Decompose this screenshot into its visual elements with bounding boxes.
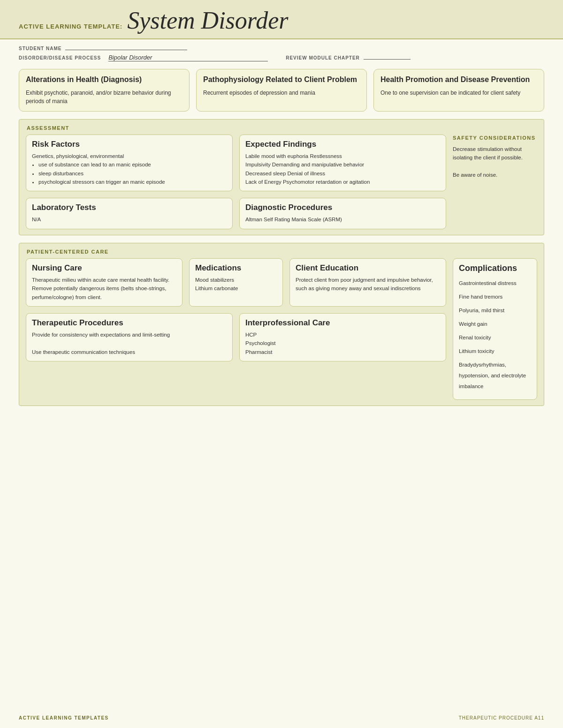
medications-title: Medications [195, 263, 277, 273]
complications-box: Complications Gastrointestinal distressF… [453, 258, 537, 400]
nursing-care-content: Therapeutic milieu within acute care men… [32, 276, 176, 301]
therapeutic-procedures-box: Therapeutic Procedures Provide for consi… [26, 313, 233, 361]
expected-findings-box: Expected Findings Labile mood with eupho… [239, 135, 446, 192]
pcc-label: PATIENT-CENTERED CARE [26, 249, 537, 255]
alterations-title: Alterations in Health (Diagnosis) [26, 75, 183, 85]
client-education-title: Client Education [296, 263, 440, 273]
complication-item: Bradydysrhythmias, hypotension, and elec… [459, 360, 531, 392]
risk-factors-content: Genetics, physiological, environmental u… [32, 152, 227, 187]
assessment-bottom-row: Laboratory Tests N/A Diagnostic Procedur… [26, 198, 446, 229]
assessment-top-row: Risk Factors Genetics, physiological, en… [26, 135, 446, 192]
medications-box: Medications Mood stabilizersLithium carb… [189, 258, 283, 307]
expected-findings-title: Expected Findings [245, 140, 440, 149]
assessment-grid: Risk Factors Genetics, physiological, en… [26, 135, 446, 229]
student-name-line [65, 50, 187, 50]
main-content: Alterations in Health (Diagnosis) Exhibi… [0, 64, 563, 418]
lab-tests-title: Laboratory Tests [32, 203, 227, 212]
pcc-row: Nursing Care Therapeutic milieu within a… [26, 258, 537, 400]
client-education-box: Client Education Protect client from poo… [289, 258, 446, 307]
complication-item: Polyuria, mild thirst [459, 305, 531, 316]
safety-box: SAFETY CONSIDERATIONS Decrease stimulati… [453, 135, 537, 229]
complications-title: Complications [459, 263, 531, 273]
review-chapter-line [364, 59, 411, 60]
therapeutic-procedures-title: Therapeutic Procedures [32, 318, 227, 328]
expected-findings-content: Labile mood with euphoria RestlessnessIm… [245, 152, 440, 187]
disorder-label: DISORDER/DISEASE PROCESS [19, 55, 101, 60]
complication-item: Fine hand tremors [459, 292, 531, 302]
risk-factors-intro: Genetics, physiological, environmental [32, 153, 124, 159]
safety-label: SAFETY CONSIDERATIONS [453, 135, 537, 141]
assessment-section: ASSESSMENT Risk Factors Genetics, physio… [19, 119, 544, 235]
health-promotion-title: Health Promotion and Disease Prevention [380, 75, 537, 85]
risk-factor-item: psychological stressors can trigger an m… [38, 178, 227, 186]
complication-item: Gastrointestinal distress [459, 278, 531, 289]
risk-factors-list: use of substance can lead to an manic ep… [38, 160, 227, 186]
student-name-label: STUDENT NAME [19, 46, 61, 51]
diagnostic-procedures-box: Diagnostic Procedures Altman Self Rating… [239, 198, 446, 229]
complication-item: Weight gain [459, 319, 531, 330]
footer: ACTIVE LEARNING TEMPLATES THERAPEUTIC PR… [0, 715, 563, 720]
complication-item: Lithium toxicity [459, 346, 531, 357]
alterations-content: Exhibit psychotic, paranoid, and/or biza… [26, 89, 183, 105]
complication-item: Renal toxicity [459, 332, 531, 343]
nursing-care-box: Nursing Care Therapeutic milieu within a… [26, 258, 183, 307]
interprofessional-care-content: HCPPsychologistPharmacist [245, 330, 440, 356]
risk-factor-item: sleep disturbances [38, 169, 227, 178]
assessment-row: Risk Factors Genetics, physiological, en… [26, 135, 537, 229]
client-education-content: Protect client from poor judgment and im… [296, 276, 440, 293]
risk-factor-item: use of substance can lead to an manic ep… [38, 160, 227, 169]
assessment-label: ASSESSMENT [26, 125, 537, 131]
health-promotion-box: Health Promotion and Disease Prevention … [373, 69, 544, 112]
risk-factors-title: Risk Factors [32, 140, 227, 149]
diagnostic-procedures-content: Altman Self Rating Mania Scale (ASRM) [245, 215, 440, 224]
pcc-bottom-row: Therapeutic Procedures Provide for consi… [26, 313, 446, 361]
diagnostic-procedures-title: Diagnostic Procedures [245, 203, 440, 212]
footer-right: THERAPEUTIC PROCEDURE A11 [459, 715, 544, 720]
top-boxes-row: Alterations in Health (Diagnosis) Exhibi… [19, 69, 544, 112]
pcc-grid: Nursing Care Therapeutic milieu within a… [26, 258, 446, 400]
risk-factors-box: Risk Factors Genetics, physiological, en… [26, 135, 233, 192]
medications-content: Mood stabilizersLithium carbonate [195, 276, 277, 293]
lab-tests-box: Laboratory Tests N/A [26, 198, 233, 229]
safety-content: Decrease stimulation without isolating t… [453, 145, 537, 180]
pcc-top-row: Nursing Care Therapeutic milieu within a… [26, 258, 446, 307]
header: ACTIVE LEARNING TEMPLATE: System Disorde… [0, 0, 563, 39]
page-title: System Disorder [127, 8, 288, 33]
pathophysiology-box: Pathophysiology Related to Client Proble… [196, 69, 367, 112]
footer-left: ACTIVE LEARNING TEMPLATES [19, 715, 109, 720]
interprofessional-care-title: Interprofessional Care [245, 318, 440, 328]
review-label: REVIEW MODULE CHAPTER [286, 55, 360, 60]
alterations-box: Alterations in Health (Diagnosis) Exhibi… [19, 69, 190, 112]
complications-list: Gastrointestinal distressFine hand tremo… [459, 278, 531, 392]
interprofessional-care-box: Interprofessional Care HCPPsychologistPh… [239, 313, 446, 361]
template-label: ACTIVE LEARNING TEMPLATE: [19, 23, 122, 30]
therapeutic-procedures-content: Provide for consistency with expectation… [32, 330, 227, 356]
student-info: STUDENT NAME DISORDER/DISEASE PROCESS Bi… [0, 39, 563, 64]
lab-tests-content: N/A [32, 215, 227, 224]
nursing-care-title: Nursing Care [32, 263, 176, 273]
health-promotion-content: One to one supervision can be indicated … [380, 89, 537, 97]
disorder-value: Bipolar Disorder [108, 54, 268, 61]
page: ACTIVE LEARNING TEMPLATE: System Disorde… [0, 0, 563, 728]
pathophysiology-title: Pathophysiology Related to Client Proble… [203, 75, 360, 85]
pathophysiology-content: Recurrent episodes of depression and man… [203, 89, 360, 97]
pcc-section: PATIENT-CENTERED CARE Nursing Care Thera… [19, 243, 544, 406]
